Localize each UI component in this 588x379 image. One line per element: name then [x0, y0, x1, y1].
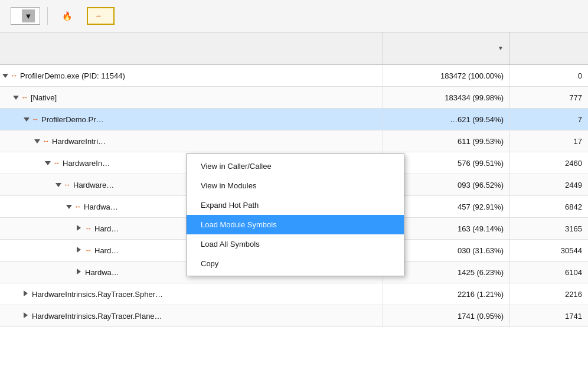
cell-function: ↔ProfilerDemo.Pr…: [0, 109, 383, 130]
cell-total-cpu: 1741 (0.95%): [383, 305, 510, 326]
function-name: Hardware…: [73, 181, 114, 190]
triangle-down-icon: [2, 74, 8, 78]
fire-icon: ↔: [85, 224, 92, 233]
function-name: Hard…: [94, 224, 119, 233]
triangle-down-icon: [55, 183, 61, 187]
table-row[interactable]: HardwareIntrinsics.RayTracer.Spher…2216 …: [0, 283, 588, 305]
table-header: ▼: [0, 32, 588, 65]
col-total-header[interactable]: ▼: [383, 32, 510, 64]
hot-path-icon: ↔: [95, 12, 102, 20]
triangle-down-icon: [24, 117, 30, 122]
function-name: HardwareIntrinsics.RayTracer.Plane…: [32, 312, 162, 321]
cell-self-cpu: 30544: [510, 240, 588, 261]
context-menu-item[interactable]: View in Caller/Callee: [187, 156, 404, 176]
cell-self-cpu: 0: [510, 65, 588, 86]
context-menu-item[interactable]: Expand Hot Path: [187, 195, 404, 215]
cell-total-cpu: 183434 (99.98%): [383, 87, 510, 108]
function-name: HardwareIn…: [63, 159, 110, 168]
triangle-right-icon: [77, 225, 81, 231]
cell-self-cpu: 6842: [510, 196, 588, 217]
toolbar-separator: [47, 7, 48, 25]
cell-self-cpu: 2216: [510, 283, 588, 305]
cell-function: ↔HardwareIntri…: [0, 130, 383, 152]
cell-total-cpu: …621 (99.54%): [383, 109, 510, 130]
table-row[interactable]: ↔HardwareIntri…611 (99.53%)17: [0, 130, 588, 152]
fire-icon: ↔: [21, 93, 28, 102]
show-hot-path-button[interactable]: ↔: [87, 7, 115, 25]
triangle-down-icon: [66, 205, 72, 209]
context-menu-item[interactable]: Load All Symbols: [187, 234, 404, 254]
chevron-down-icon: ▼: [25, 12, 32, 21]
cell-self-cpu: 2460: [510, 152, 588, 174]
fire-icon: ↔: [64, 181, 71, 189]
cell-function: HardwareIntrinsics.RayTracer.Spher…: [0, 283, 383, 305]
table-body: ↔ProfilerDemo.exe (PID: 11544)183472 (10…: [0, 65, 588, 379]
cell-total-cpu: 183472 (100.00%): [383, 65, 510, 86]
function-name: ProfilerDemo.exe (PID: 11544): [20, 71, 125, 80]
cell-self-cpu: 1741: [510, 305, 588, 326]
cell-function: ↔ProfilerDemo.exe (PID: 11544): [0, 65, 383, 86]
triangle-right-icon: [77, 269, 81, 275]
context-menu-item[interactable]: Copy: [187, 254, 404, 273]
cell-self-cpu: 6104: [510, 262, 588, 283]
context-menu-item[interactable]: Load Module Symbols: [187, 215, 404, 234]
function-name: ProfilerDemo.Pr…: [41, 115, 103, 124]
fire-icon: ↔: [74, 202, 81, 211]
cell-function: ↔[Native]: [0, 87, 383, 108]
table-row[interactable]: ↔ProfilerDemo.exe (PID: 11544)183472 (10…: [0, 65, 588, 87]
triangle-right-icon: [77, 247, 81, 253]
cell-self-cpu: 7: [510, 109, 588, 130]
function-name: Hard…: [94, 246, 119, 255]
sort-arrow-icon: ▼: [498, 45, 504, 51]
triangle-down-icon: [45, 161, 51, 165]
cell-self-cpu: 17: [510, 130, 588, 152]
fire-icon: ↔: [32, 115, 39, 123]
col-self-header: [510, 32, 588, 64]
triangle-right-icon: [24, 312, 28, 318]
expand-hot-path-button[interactable]: 🔥: [55, 7, 82, 25]
toolbar: ▼ 🔥 ↔: [0, 0, 588, 32]
cell-self-cpu: 777: [510, 87, 588, 108]
cell-total-cpu: 611 (99.53%): [383, 130, 510, 152]
view-select[interactable]: ▼: [11, 7, 40, 25]
function-name: HardwareIntri…: [52, 137, 106, 146]
triangle-down-icon: [34, 139, 40, 143]
fire-icon: ↔: [11, 71, 18, 80]
table-row[interactable]: HardwareIntrinsics.RayTracer.Plane…1741 …: [0, 305, 588, 327]
function-name: Hardwa…: [85, 268, 119, 277]
function-name: Hardwa…: [84, 202, 118, 211]
fire-icon: ↔: [85, 246, 92, 254]
triangle-down-icon: [13, 96, 19, 100]
context-menu: View in Caller/CalleeView in ModulesExpa…: [186, 153, 404, 276]
cell-self-cpu: 2449: [510, 174, 588, 195]
table-row[interactable]: ↔[Native]183434 (99.98%)777: [0, 87, 588, 109]
context-menu-item[interactable]: View in Modules: [187, 176, 404, 195]
function-name: HardwareIntrinsics.RayTracer.Spher…: [32, 290, 163, 299]
fire-icon: 🔥: [62, 11, 72, 21]
cell-function: HardwareIntrinsics.RayTracer.Plane…: [0, 305, 383, 326]
col-function-header: [0, 32, 383, 64]
view-select-arrow[interactable]: ▼: [22, 9, 35, 22]
triangle-right-icon: [24, 290, 28, 296]
cell-total-cpu: 2216 (1.21%): [383, 283, 510, 305]
fire-icon: ↔: [53, 159, 60, 167]
fire-icon: ↔: [43, 137, 50, 145]
cell-self-cpu: 3165: [510, 218, 588, 239]
function-name: [Native]: [31, 93, 57, 102]
table-row[interactable]: ↔ProfilerDemo.Pr……621 (99.54%)7: [0, 109, 588, 130]
